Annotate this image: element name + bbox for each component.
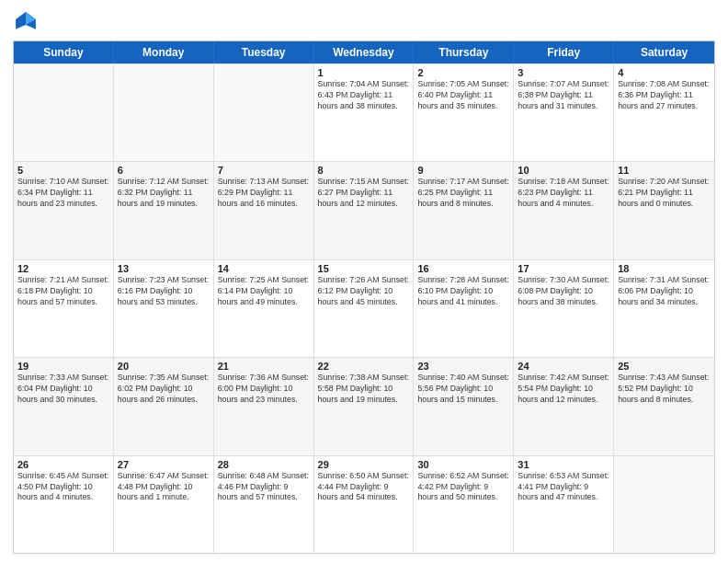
day-number: 29 bbox=[318, 459, 410, 470]
day-cell-26: 26Sunrise: 6:45 AM Sunset: 4:50 PM Dayli… bbox=[14, 456, 114, 553]
empty-cell-0-1 bbox=[114, 64, 214, 161]
calendar-header: SundayMondayTuesdayWednesdayThursdayFrid… bbox=[14, 41, 714, 63]
weekday-header-sunday: Sunday bbox=[14, 41, 114, 63]
day-info: Sunrise: 7:31 AM Sunset: 6:06 PM Dayligh… bbox=[618, 275, 711, 308]
day-number: 20 bbox=[118, 361, 210, 372]
empty-cell-0-2 bbox=[214, 64, 314, 161]
day-number: 16 bbox=[417, 263, 509, 274]
day-number: 5 bbox=[17, 165, 109, 176]
day-cell-27: 27Sunrise: 6:47 AM Sunset: 4:48 PM Dayli… bbox=[114, 456, 214, 553]
day-cell-1: 1Sunrise: 7:04 AM Sunset: 6:43 PM Daylig… bbox=[314, 64, 415, 161]
weekday-header-tuesday: Tuesday bbox=[214, 41, 314, 63]
day-info: Sunrise: 7:42 AM Sunset: 5:54 PM Dayligh… bbox=[518, 373, 609, 406]
day-info: Sunrise: 7:30 AM Sunset: 6:08 PM Dayligh… bbox=[518, 275, 609, 308]
day-info: Sunrise: 7:05 AM Sunset: 6:40 PM Dayligh… bbox=[417, 79, 509, 112]
day-info: Sunrise: 6:52 AM Sunset: 4:42 PM Dayligh… bbox=[417, 471, 509, 504]
day-info: Sunrise: 7:13 AM Sunset: 6:29 PM Dayligh… bbox=[218, 177, 310, 210]
day-cell-24: 24Sunrise: 7:42 AM Sunset: 5:54 PM Dayli… bbox=[514, 358, 614, 454]
day-info: Sunrise: 7:26 AM Sunset: 6:12 PM Dayligh… bbox=[318, 275, 410, 308]
calendar: SundayMondayTuesdayWednesdayThursdayFrid… bbox=[13, 40, 715, 554]
calendar-row-0: 1Sunrise: 7:04 AM Sunset: 6:43 PM Daylig… bbox=[14, 63, 714, 161]
day-info: Sunrise: 7:40 AM Sunset: 5:56 PM Dayligh… bbox=[417, 373, 509, 406]
day-cell-28: 28Sunrise: 6:48 AM Sunset: 4:46 PM Dayli… bbox=[214, 456, 314, 553]
day-cell-14: 14Sunrise: 7:25 AM Sunset: 6:14 PM Dayli… bbox=[214, 260, 314, 357]
calendar-row-4: 26Sunrise: 6:45 AM Sunset: 4:50 PM Dayli… bbox=[14, 455, 714, 553]
day-info: Sunrise: 7:08 AM Sunset: 6:36 PM Dayligh… bbox=[618, 79, 711, 112]
empty-cell-4-6 bbox=[614, 456, 714, 553]
day-info: Sunrise: 6:45 AM Sunset: 4:50 PM Dayligh… bbox=[17, 471, 109, 504]
weekday-header-friday: Friday bbox=[514, 41, 614, 63]
day-cell-31: 31Sunrise: 6:53 AM Sunset: 4:41 PM Dayli… bbox=[514, 456, 614, 553]
day-number: 2 bbox=[417, 67, 509, 78]
day-number: 28 bbox=[218, 459, 310, 470]
day-info: Sunrise: 7:07 AM Sunset: 6:38 PM Dayligh… bbox=[518, 79, 609, 112]
day-cell-13: 13Sunrise: 7:23 AM Sunset: 6:16 PM Dayli… bbox=[114, 260, 214, 357]
day-cell-19: 19Sunrise: 7:33 AM Sunset: 6:04 PM Dayli… bbox=[14, 358, 114, 454]
page: SundayMondayTuesdayWednesdayThursdayFrid… bbox=[0, 0, 728, 563]
day-cell-10: 10Sunrise: 7:18 AM Sunset: 6:23 PM Dayli… bbox=[514, 162, 614, 259]
day-cell-11: 11Sunrise: 7:20 AM Sunset: 6:21 PM Dayli… bbox=[614, 162, 714, 259]
day-number: 30 bbox=[417, 459, 509, 470]
day-number: 21 bbox=[218, 361, 310, 372]
day-info: Sunrise: 7:35 AM Sunset: 6:02 PM Dayligh… bbox=[118, 373, 210, 406]
day-info: Sunrise: 7:36 AM Sunset: 6:00 PM Dayligh… bbox=[218, 373, 310, 406]
day-number: 19 bbox=[17, 361, 109, 372]
day-info: Sunrise: 7:04 AM Sunset: 6:43 PM Dayligh… bbox=[318, 79, 410, 112]
day-number: 26 bbox=[17, 459, 109, 470]
day-cell-2: 2Sunrise: 7:05 AM Sunset: 6:40 PM Daylig… bbox=[414, 64, 514, 161]
day-number: 6 bbox=[118, 165, 210, 176]
day-info: Sunrise: 7:43 AM Sunset: 5:52 PM Dayligh… bbox=[618, 373, 711, 406]
day-number: 10 bbox=[518, 165, 609, 176]
calendar-body: 1Sunrise: 7:04 AM Sunset: 6:43 PM Daylig… bbox=[14, 63, 714, 553]
day-cell-7: 7Sunrise: 7:13 AM Sunset: 6:29 PM Daylig… bbox=[214, 162, 314, 259]
day-number: 17 bbox=[518, 263, 609, 274]
day-info: Sunrise: 7:28 AM Sunset: 6:10 PM Dayligh… bbox=[417, 275, 509, 308]
day-number: 22 bbox=[318, 361, 410, 372]
day-number: 18 bbox=[618, 263, 711, 274]
day-info: Sunrise: 7:38 AM Sunset: 5:58 PM Dayligh… bbox=[318, 373, 410, 406]
day-cell-16: 16Sunrise: 7:28 AM Sunset: 6:10 PM Dayli… bbox=[414, 260, 514, 357]
day-cell-12: 12Sunrise: 7:21 AM Sunset: 6:18 PM Dayli… bbox=[14, 260, 114, 357]
day-info: Sunrise: 6:47 AM Sunset: 4:48 PM Dayligh… bbox=[118, 471, 210, 504]
empty-cell-0-0 bbox=[14, 64, 114, 161]
day-cell-15: 15Sunrise: 7:26 AM Sunset: 6:12 PM Dayli… bbox=[314, 260, 415, 357]
weekday-header-wednesday: Wednesday bbox=[314, 41, 415, 63]
day-info: Sunrise: 6:50 AM Sunset: 4:44 PM Dayligh… bbox=[318, 471, 410, 504]
weekday-header-thursday: Thursday bbox=[414, 41, 514, 63]
day-cell-21: 21Sunrise: 7:36 AM Sunset: 6:00 PM Dayli… bbox=[214, 358, 314, 454]
calendar-row-3: 19Sunrise: 7:33 AM Sunset: 6:04 PM Dayli… bbox=[14, 357, 714, 454]
day-cell-8: 8Sunrise: 7:15 AM Sunset: 6:27 PM Daylig… bbox=[314, 162, 415, 259]
day-number: 25 bbox=[618, 361, 711, 372]
day-number: 15 bbox=[318, 263, 410, 274]
day-number: 1 bbox=[318, 67, 410, 78]
day-info: Sunrise: 6:48 AM Sunset: 4:46 PM Dayligh… bbox=[218, 471, 310, 504]
day-number: 31 bbox=[518, 459, 609, 470]
day-number: 27 bbox=[118, 459, 210, 470]
day-cell-20: 20Sunrise: 7:35 AM Sunset: 6:02 PM Dayli… bbox=[114, 358, 214, 454]
day-info: Sunrise: 7:25 AM Sunset: 6:14 PM Dayligh… bbox=[218, 275, 310, 308]
day-cell-22: 22Sunrise: 7:38 AM Sunset: 5:58 PM Dayli… bbox=[314, 358, 415, 454]
day-info: Sunrise: 7:12 AM Sunset: 6:32 PM Dayligh… bbox=[118, 177, 210, 210]
day-number: 7 bbox=[218, 165, 310, 176]
day-info: Sunrise: 7:20 AM Sunset: 6:21 PM Dayligh… bbox=[618, 177, 711, 210]
day-number: 24 bbox=[518, 361, 609, 372]
day-number: 8 bbox=[318, 165, 410, 176]
day-cell-23: 23Sunrise: 7:40 AM Sunset: 5:56 PM Dayli… bbox=[414, 358, 514, 454]
day-number: 11 bbox=[618, 165, 711, 176]
day-cell-25: 25Sunrise: 7:43 AM Sunset: 5:52 PM Dayli… bbox=[614, 358, 714, 454]
day-number: 23 bbox=[417, 361, 509, 372]
calendar-row-1: 5Sunrise: 7:10 AM Sunset: 6:34 PM Daylig… bbox=[14, 161, 714, 259]
day-number: 3 bbox=[518, 67, 609, 78]
day-info: Sunrise: 6:53 AM Sunset: 4:41 PM Dayligh… bbox=[518, 471, 609, 504]
day-number: 4 bbox=[618, 67, 711, 78]
day-number: 12 bbox=[17, 263, 109, 274]
weekday-header-saturday: Saturday bbox=[614, 41, 714, 63]
day-cell-18: 18Sunrise: 7:31 AM Sunset: 6:06 PM Dayli… bbox=[614, 260, 714, 357]
logo bbox=[13, 9, 42, 35]
day-cell-4: 4Sunrise: 7:08 AM Sunset: 6:36 PM Daylig… bbox=[614, 64, 714, 161]
day-cell-3: 3Sunrise: 7:07 AM Sunset: 6:38 PM Daylig… bbox=[514, 64, 614, 161]
day-info: Sunrise: 7:15 AM Sunset: 6:27 PM Dayligh… bbox=[318, 177, 410, 210]
calendar-row-2: 12Sunrise: 7:21 AM Sunset: 6:18 PM Dayli… bbox=[14, 259, 714, 357]
day-cell-30: 30Sunrise: 6:52 AM Sunset: 4:42 PM Dayli… bbox=[414, 456, 514, 553]
day-info: Sunrise: 7:10 AM Sunset: 6:34 PM Dayligh… bbox=[17, 177, 109, 210]
